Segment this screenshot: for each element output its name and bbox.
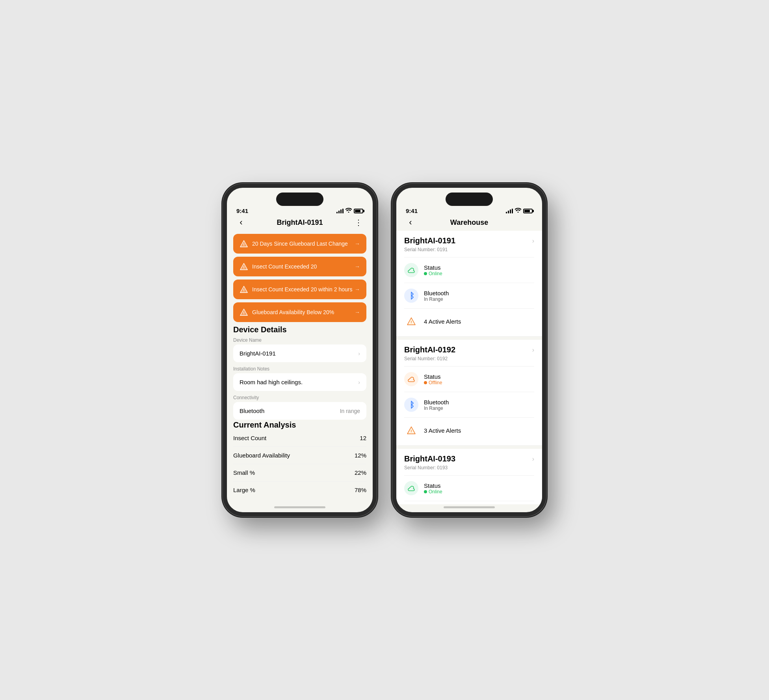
device-alerts-row-0191: ! 4 Active Alerts (404, 312, 534, 331)
status-label-0191: Status (424, 264, 534, 271)
warehouse-content[interactable]: BrightAI-0191 › Serial Number: 0191 Stat… (396, 231, 542, 504)
bluetooth-label-0191: Bluetooth (424, 290, 534, 296)
bluetooth-label-0192: Bluetooth (424, 399, 534, 406)
status-icons-left (336, 208, 363, 214)
back-button-left[interactable]: ‹ (235, 217, 247, 228)
alert-card-3[interactable]: ! Insect Count Exceeded 20 within 2 hour… (233, 280, 366, 299)
page-title-right: Warehouse (450, 219, 488, 227)
left-phone-frame: 9:41 ‹ BrightAI-0191 ⋮ (223, 184, 377, 516)
device-chevron-0192: › (532, 346, 534, 354)
cloud-icon-0193 (404, 481, 418, 495)
analysis-value-4: 78% (355, 487, 366, 493)
signal-icon-left (336, 209, 344, 213)
svg-text:!: ! (243, 288, 244, 292)
cloud-icon-0191 (404, 263, 418, 277)
analysis-label-4: Large % (233, 487, 255, 493)
status-value-0191: Online (424, 271, 534, 276)
status-value-0192: Offline (424, 380, 534, 385)
installation-notes-value: Room had high ceilings. (240, 379, 303, 385)
analysis-value-2: 12% (355, 452, 366, 459)
svg-text:!: ! (243, 243, 244, 246)
status-value-0193: Online (424, 489, 534, 494)
alert-icon-0192: ! (404, 423, 418, 437)
status-bar-left: 9:41 (227, 206, 373, 214)
alert-text-3: Insect Count Exceeded 20 within 2 hours (252, 286, 353, 293)
nav-bar-left: ‹ BrightAI-0191 ⋮ (227, 214, 373, 231)
bluetooth-icon-0192 (404, 398, 418, 412)
nav-bar-right: ‹ Warehouse (396, 214, 542, 231)
device-card-0193[interactable]: BrightAI-0193 › Serial Number: 0193 Stat… (396, 449, 542, 504)
analysis-row-4: Large % 78% (233, 481, 366, 498)
wifi-icon-left (345, 208, 352, 214)
alert-card-2[interactable]: ! Insect Count Exceeded 20 → (233, 257, 366, 276)
alert-triangle-icon-4: ! (240, 308, 248, 317)
device-bluetooth-row-0191: Bluetooth In Range (404, 286, 534, 305)
svg-text:!: ! (411, 429, 412, 433)
home-indicator-left (227, 504, 373, 512)
status-bar-right: 9:41 (396, 206, 542, 214)
time-left: 9:41 (236, 207, 248, 214)
analysis-label-1: Insect Count (233, 435, 266, 441)
device-name-0193: BrightAI-0193 (404, 454, 455, 463)
alerts-section: ! 20 Days Since Glueboard Last Change → … (227, 231, 373, 325)
left-phone-content[interactable]: ! 20 Days Since Glueboard Last Change → … (227, 231, 373, 504)
device-serial-0192: Serial Number: 0192 (404, 356, 534, 361)
alert-triangle-icon-1: ! (240, 239, 248, 248)
device-chevron-0191: › (532, 237, 534, 244)
alert-card-1[interactable]: ! 20 Days Since Glueboard Last Change → (233, 234, 366, 254)
alert-icon-0191: ! (404, 314, 418, 328)
more-button-left[interactable]: ⋮ (352, 218, 365, 227)
device-bluetooth-row-0192: Bluetooth In Range (404, 395, 534, 414)
bluetooth-icon-0191 (404, 289, 418, 303)
signal-icon-right (506, 209, 513, 213)
status-icons-right (506, 208, 533, 214)
device-name-value: BrightAI-0191 (240, 350, 276, 357)
device-status-row-0192: Status Offline (404, 370, 534, 389)
device-name-0191: BrightAI-0191 (404, 236, 455, 245)
home-indicator-right (396, 504, 542, 512)
time-right: 9:41 (406, 207, 418, 214)
back-button-right[interactable]: ‹ (404, 217, 417, 228)
device-status-row-0191: Status Online (404, 261, 534, 280)
device-details-section: Device Name BrightAI-0191 › Installation… (227, 334, 373, 420)
alert-triangle-icon-3: ! (240, 285, 248, 294)
device-serial-0193: Serial Number: 0193 (404, 465, 534, 470)
analysis-label-2: Glueboard Availability (233, 452, 290, 459)
installation-notes-label: Installation Notes (233, 363, 366, 373)
device-name-0192: BrightAI-0192 (404, 345, 455, 354)
status-label-0192: Status (424, 373, 534, 380)
right-phone-frame: 9:41 ‹ Warehouse (392, 184, 546, 516)
dynamic-island-left (276, 193, 323, 206)
left-phone: 9:41 ‹ BrightAI-0191 ⋮ (223, 184, 377, 516)
device-alerts-row-0192: ! 3 Active Alerts (404, 421, 534, 440)
analysis-value-1: 12 (360, 435, 366, 441)
alert-arrow-4: → (355, 309, 360, 315)
device-serial-0191: Serial Number: 0191 (404, 247, 534, 252)
right-phone: 9:41 ‹ Warehouse (392, 184, 546, 516)
current-analysis-title: Current Analysis (227, 414, 302, 432)
alert-triangle-icon-2: ! (240, 262, 248, 271)
alert-text-1: 20 Days Since Glueboard Last Change (252, 241, 348, 247)
installation-notes-chevron: › (358, 379, 360, 385)
svg-text:!: ! (243, 311, 244, 315)
device-card-0192[interactable]: BrightAI-0192 › Serial Number: 0192 Stat… (396, 340, 542, 446)
status-label-0193: Status (424, 482, 534, 489)
page-title-left: BrightAI-0191 (277, 219, 323, 227)
alert-arrow-3: → (355, 286, 360, 293)
device-card-0191[interactable]: BrightAI-0191 › Serial Number: 0191 Stat… (396, 231, 542, 337)
svg-text:!: ! (411, 320, 412, 324)
alert-count-0191: 4 Active Alerts (424, 318, 461, 325)
connectivity-label: Connectivity (233, 392, 366, 402)
analysis-row-2: Glueboard Availability 12% (233, 447, 366, 464)
alert-text-4: Glueboard Availability Below 20% (252, 309, 334, 315)
alert-arrow-2: → (355, 263, 360, 270)
wifi-icon-right (515, 208, 521, 214)
device-name-row[interactable]: BrightAI-0191 › (233, 344, 366, 362)
device-details-title: Device Details (227, 319, 293, 337)
installation-notes-row[interactable]: Room had high ceilings. › (233, 373, 366, 391)
analysis-row-3: Small % 22% (233, 464, 366, 481)
device-chevron-0193: › (532, 456, 534, 463)
connectivity-name: Bluetooth (240, 407, 264, 414)
analysis-section: Insect Count 12 Glueboard Availability 1… (227, 430, 373, 504)
cloud-icon-0192 (404, 372, 418, 386)
